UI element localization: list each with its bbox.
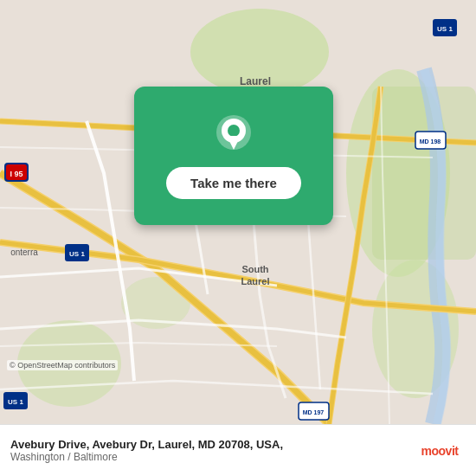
svg-rect-5 [372,87,476,260]
moovit-logo-text: moovit [421,444,459,458]
svg-text:US 1: US 1 [8,398,23,406]
svg-text:I 95: I 95 [10,170,23,178]
map-container: US 1 MD 198 MD 198 MD 197 I 95 US 1 US 1… [0,0,476,424]
map-pin-icon [211,113,256,158]
svg-text:South: South [241,264,268,274]
svg-text:onterra: onterra [10,248,38,257]
bottom-bar: Avebury Drive, Avebury Dr, Laurel, MD 20… [0,424,476,476]
svg-text:Laurel: Laurel [240,75,271,87]
action-card: Take me there [134,87,333,225]
address-line2: Washington / Baltimore [10,451,414,463]
svg-text:US 1: US 1 [69,250,85,258]
address-line1: Avebury Drive, Avebury Dr, Laurel, MD 20… [10,438,348,451]
svg-text:MD 198: MD 198 [420,138,441,145]
svg-text:MD 197: MD 197 [303,409,325,415]
osm-credit: © OpenStreetMap contributors [7,360,118,370]
svg-text:US 1: US 1 [437,25,453,33]
take-me-there-button[interactable]: Take me there [166,167,301,199]
moovit-logo: moovit [414,444,466,458]
svg-text:Laurel: Laurel [241,276,269,286]
svg-point-28 [228,125,240,137]
address-section: Avebury Drive, Avebury Dr, Laurel, MD 20… [10,438,414,463]
